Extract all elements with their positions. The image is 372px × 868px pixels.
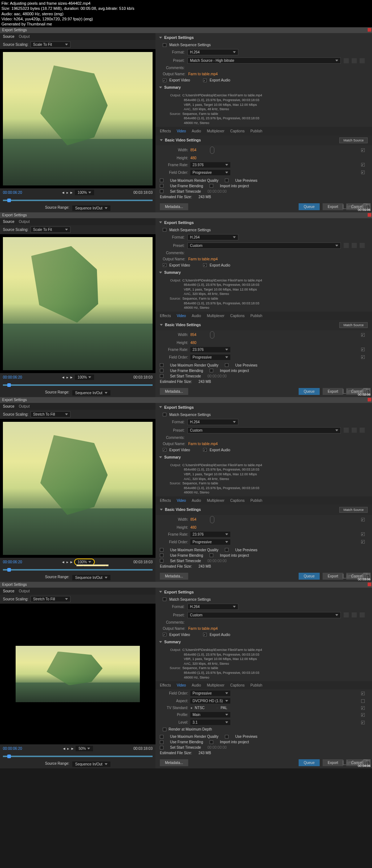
link-icon[interactable]: [210, 331, 214, 339]
output-name-link[interactable]: Farm to table.mp4: [188, 72, 218, 76]
frame-blend-checkbox[interactable]: [160, 369, 163, 372]
render-maxdepth-checkbox[interactable]: [163, 728, 166, 731]
save-preset-icon[interactable]: [344, 243, 349, 248]
tvstd-match-checkbox[interactable]: [361, 706, 365, 710]
framerate-dropdown[interactable]: 23.976: [190, 532, 230, 537]
export-video-checkbox[interactable]: [163, 633, 166, 636]
output-name-link[interactable]: Farm to table.mp4: [188, 442, 218, 446]
width-match-checkbox[interactable]: [361, 148, 365, 152]
collapse-icon[interactable]: [160, 139, 163, 141]
start-tc-checkbox[interactable]: [160, 374, 163, 378]
save-preset-icon[interactable]: [344, 428, 349, 433]
export-button[interactable]: Export: [323, 573, 343, 580]
use-previews-checkbox[interactable]: [225, 363, 229, 367]
match-seq-checkbox[interactable]: [163, 413, 166, 416]
out-timecode[interactable]: 00:03:18:03: [133, 191, 153, 195]
tab-effects[interactable]: Effects: [160, 683, 171, 687]
prev-frame-icon[interactable]: ◄: [62, 747, 66, 751]
tab-video[interactable]: Video: [177, 499, 186, 503]
close-icon[interactable]: [368, 398, 371, 401]
timeline-slider[interactable]: [0, 753, 155, 760]
preview-area[interactable]: [0, 234, 155, 373]
width-value[interactable]: 854: [190, 148, 205, 152]
source-range-dropdown[interactable]: Sequence In/Out: [72, 761, 110, 767]
use-previews-checkbox[interactable]: [225, 548, 229, 552]
export-video-checkbox[interactable]: [163, 79, 166, 82]
metadata-button[interactable]: Metadata...: [160, 203, 188, 210]
tab-captions[interactable]: Captions: [230, 314, 244, 318]
framerate-match-checkbox[interactable]: [361, 163, 365, 167]
export-button[interactable]: Export: [323, 759, 343, 766]
source-range-dropdown[interactable]: Sequence In/Out: [72, 390, 110, 396]
start-tc-checkbox[interactable]: [160, 746, 163, 749]
play-icon[interactable]: ▸: [66, 191, 68, 195]
export-audio-checkbox[interactable]: [203, 79, 207, 82]
collapse-icon[interactable]: [160, 509, 163, 511]
match-source-button[interactable]: Match Source: [339, 322, 368, 328]
level-match-checkbox[interactable]: [361, 721, 365, 724]
import-preset-icon[interactable]: [352, 428, 357, 433]
tab-captions[interactable]: Captions: [230, 683, 244, 687]
preset-dropdown[interactable]: Match Source - High bitrate: [187, 57, 341, 64]
out-timecode[interactable]: 00:03:18:03: [133, 560, 153, 564]
max-render-checkbox[interactable]: [160, 363, 163, 367]
tab-video[interactable]: Video: [177, 683, 186, 687]
tab-output[interactable]: Output: [19, 35, 30, 39]
prev-frame-icon[interactable]: ◄: [61, 191, 65, 195]
tab-video[interactable]: Video: [177, 314, 186, 318]
collapse-icon[interactable]: [160, 324, 163, 326]
collapse-icon[interactable]: [159, 591, 162, 593]
max-render-checkbox[interactable]: [160, 548, 163, 552]
next-frame-icon[interactable]: ►: [70, 747, 74, 751]
next-frame-icon[interactable]: ►: [70, 560, 73, 564]
preset-dropdown[interactable]: Custom: [187, 427, 341, 433]
tab-publish[interactable]: Publish: [250, 314, 262, 318]
preview-area[interactable]: [0, 49, 155, 188]
format-dropdown[interactable]: H.264: [187, 49, 238, 55]
export-audio-checkbox[interactable]: [203, 263, 207, 267]
save-preset-icon[interactable]: [344, 58, 349, 63]
export-video-checkbox[interactable]: [163, 448, 166, 452]
source-scaling-dropdown[interactable]: Scale To Fit: [31, 227, 70, 233]
fieldorder-dropdown[interactable]: Progressive: [190, 691, 230, 696]
match-seq-checkbox[interactable]: [163, 228, 166, 232]
format-dropdown[interactable]: H.264: [187, 419, 238, 425]
export-audio-checkbox[interactable]: [203, 633, 207, 636]
queue-button[interactable]: Queue: [299, 388, 320, 395]
out-timecode[interactable]: 00:03:18:03: [133, 747, 153, 751]
collapse-icon[interactable]: [159, 406, 162, 408]
source-range-dropdown[interactable]: Sequence In/Out: [72, 575, 110, 580]
tab-captions[interactable]: Captions: [230, 129, 244, 133]
source-scaling-dropdown[interactable]: Stretch To Fill: [31, 596, 70, 602]
import-project-checkbox[interactable]: [210, 369, 213, 372]
delete-preset-icon[interactable]: [360, 428, 365, 433]
tab-multiplexer[interactable]: Multiplexer: [207, 314, 224, 318]
tv-pal-radio[interactable]: PAL: [221, 706, 227, 710]
max-render-checkbox[interactable]: [160, 735, 163, 739]
start-tc-checkbox[interactable]: [160, 559, 163, 563]
use-previews-checkbox[interactable]: [225, 179, 229, 182]
collapse-icon[interactable]: [159, 641, 162, 643]
collapse-icon[interactable]: [159, 221, 162, 223]
metadata-button[interactable]: Metadata...: [160, 573, 188, 580]
import-preset-icon[interactable]: [352, 243, 357, 248]
queue-button[interactable]: Queue: [299, 759, 320, 766]
zoom-dropdown[interactable]: 50%: [76, 746, 93, 751]
import-project-checkbox[interactable]: [210, 553, 213, 557]
import-project-checkbox[interactable]: [210, 740, 213, 744]
export-button[interactable]: Export: [323, 388, 343, 395]
height-value[interactable]: 480: [190, 156, 205, 160]
height-value[interactable]: 480: [190, 525, 205, 529]
tab-audio[interactable]: Audio: [192, 499, 201, 503]
tab-output[interactable]: Output: [19, 220, 30, 224]
fieldorder-match-checkbox[interactable]: [361, 692, 365, 695]
delete-preset-icon[interactable]: [360, 612, 365, 617]
import-project-checkbox[interactable]: [210, 184, 213, 188]
match-source-button[interactable]: Match Source: [339, 137, 368, 143]
next-frame-icon[interactable]: ►: [70, 191, 73, 195]
output-name-link[interactable]: Farm to table.mp4: [188, 627, 218, 631]
timeline-slider[interactable]: [0, 381, 155, 389]
framerate-dropdown[interactable]: 23.976: [190, 347, 230, 352]
in-timecode[interactable]: 00:00:06:20: [3, 560, 22, 564]
aspect-dropdown[interactable]: DVCPRO HD (1.5): [190, 698, 230, 704]
